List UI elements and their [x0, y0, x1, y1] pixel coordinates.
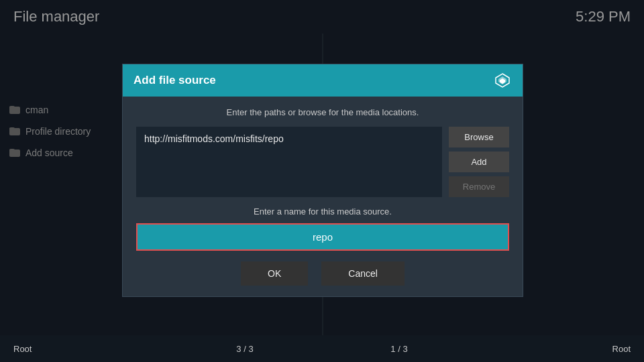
name-description: Enter a name for this media source.	[136, 206, 509, 217]
bottom-right-label: Root	[612, 344, 631, 354]
dialog-header: Add file source	[123, 64, 523, 97]
bottom-center-right-label: 1 / 3	[390, 344, 407, 354]
browse-button[interactable]: Browse	[449, 127, 509, 147]
kodi-logo	[493, 71, 512, 90]
name-input-field[interactable]	[136, 223, 509, 251]
cancel-button[interactable]: Cancel	[321, 261, 405, 286]
bottom-bar: Root 3 / 3 1 / 3 Root	[0, 335, 644, 362]
bottom-center-right: 1 / 3	[322, 344, 476, 354]
bottom-left: Root	[0, 344, 168, 354]
dialog-title: Add file source	[133, 74, 216, 87]
bottom-center-left-label: 3 / 3	[236, 344, 253, 354]
dialog-body: Enter the paths or browse for the media …	[123, 97, 523, 296]
dialog-buttons: OK Cancel	[136, 261, 509, 286]
url-input-box[interactable]: http://misfitmods.com/misfits/repo	[136, 127, 442, 197]
url-text: http://misfitmods.com/misfits/repo	[144, 133, 284, 144]
dialog-description: Enter the paths or browse for the media …	[136, 107, 509, 117]
name-input-wrapper	[136, 223, 509, 251]
side-buttons: Browse Add Remove	[449, 127, 509, 197]
add-button[interactable]: Add	[449, 152, 509, 172]
bottom-right: Root	[476, 344, 644, 354]
url-row: http://misfitmods.com/misfits/repo Brows…	[136, 127, 509, 197]
bottom-center-left: 3 / 3	[168, 344, 322, 354]
ok-button[interactable]: OK	[241, 261, 308, 286]
remove-button: Remove	[449, 176, 509, 197]
bottom-left-label: Root	[13, 344, 32, 354]
add-file-source-dialog: Add file source Enter the paths or brows…	[122, 64, 523, 297]
